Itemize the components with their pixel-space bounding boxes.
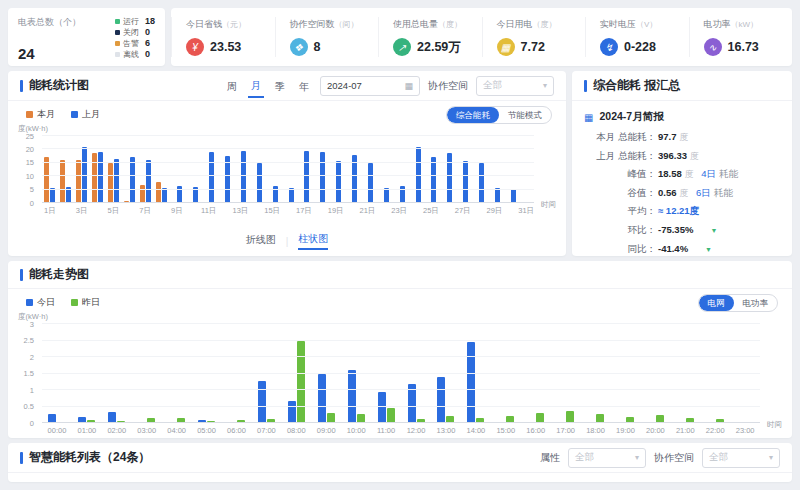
x-tick-label: 19:00 (616, 426, 635, 435)
chart-controls: 周 月 季 年 2024-07 ▦ 协作空间 全部 ▾ (224, 74, 554, 98)
bar-今日 (408, 384, 416, 423)
gridline (42, 189, 534, 190)
energy-stats-header: 能耗统计图 周 月 季 年 2024-07 ▦ 协作空间 全部 ▾ (8, 71, 566, 101)
kpi-unit: （度） (438, 20, 462, 29)
x-tick-label: 21:00 (676, 426, 695, 435)
toggle-电网[interactable]: 电网 (699, 295, 734, 311)
kpi-label: 今日用电（度） (497, 18, 572, 31)
x-tick-label: 5日 (108, 206, 120, 216)
x-tick-label: 02:00 (107, 426, 126, 435)
x-tick-label: 17:00 (556, 426, 575, 435)
bar-group: 13日 (233, 136, 249, 203)
toggle-综合能耗[interactable]: 综合能耗 (447, 107, 499, 123)
x-tick-label: 13日 (233, 206, 249, 216)
kpi-value: 7.72 (521, 40, 545, 54)
gridline (42, 162, 534, 163)
bar-上月 (98, 152, 103, 203)
legend-value: 0 (145, 27, 150, 38)
panel-title-text: 智慧能耗列表（24条） (29, 449, 150, 466)
kpi-unit: （元） (222, 20, 246, 29)
kpi-main: ¥ 23.53 (186, 38, 261, 56)
summary-row-label: 峰值： (584, 168, 656, 180)
summary-period-text: 2024-7月简报 (599, 110, 663, 124)
bar-group: 19日 (328, 136, 344, 203)
x-tick-label: 07:00 (257, 426, 276, 435)
bar-group (121, 136, 137, 203)
summary-row-label: 平均： (584, 205, 656, 217)
workspace-select[interactable]: 全部 ▾ (476, 76, 554, 96)
bar-今日 (258, 381, 266, 423)
kpi-card-strip: 今日省钱（元） ¥ 23.53 协作空间数（间） ❖ 8 (171, 8, 792, 66)
meter-total-card: 电表总数（个） 24 运行 18 关闭 0 (8, 8, 165, 66)
tab-month[interactable]: 月 (248, 74, 264, 98)
kpi-value: 8 (314, 40, 321, 54)
kpi-item: 实时电压（V） ↯ 0-228 (585, 17, 689, 57)
link-line-chart[interactable]: 折线图 (246, 233, 276, 249)
tab-quarter[interactable]: 季 (272, 75, 288, 97)
gridline (42, 422, 760, 423)
chart-plot-area: 00:0001:0002:0003:0004:0005:0006:0007:00… (42, 324, 760, 423)
bar-今日 (467, 342, 475, 423)
gridline (42, 323, 760, 324)
legend-value: 18 (145, 16, 155, 27)
kpi-item: 使用总电量（度） ↗ 22.59万 (378, 17, 482, 57)
attribute-filter-select[interactable]: 全部 ▾ (568, 448, 646, 468)
workspace-filter-select[interactable]: 全部 ▾ (702, 448, 780, 468)
toggle-电功率[interactable]: 电功率 (734, 295, 778, 311)
tab-week[interactable]: 周 (224, 75, 240, 97)
energy-mode-toggle: 综合能耗 节能模式 (446, 106, 552, 124)
legend-last-month[interactable]: 上月 (71, 108, 100, 121)
title-accent-bar (20, 80, 23, 92)
x-tick-label: 08:00 (287, 426, 306, 435)
date-picker[interactable]: 2024-07 ▦ (320, 76, 420, 96)
x-tick-label: 11日 (201, 206, 216, 216)
meter-legend-item: 离线 0 (115, 49, 155, 60)
summary-row-value: 0.56 (658, 187, 677, 199)
kpi-label-text: 协作空间数 (290, 19, 335, 29)
kpi-main: ↯ 0-228 (600, 38, 675, 56)
kpi-unit: （度） (533, 20, 557, 29)
x-tick-label: 7日 (139, 206, 151, 216)
kpi-label: 今日省钱（元） (186, 18, 261, 31)
legend-swatch (26, 299, 33, 306)
x-tick-label: 05:00 (197, 426, 216, 435)
link-bar-chart[interactable]: 柱状图 (298, 232, 328, 250)
tab-year[interactable]: 年 (296, 75, 312, 97)
bar-group: 1日 (42, 136, 58, 203)
legend-value: 0 (145, 49, 150, 60)
legend-color-dot (115, 52, 120, 57)
summary-row-value: 97.7 (658, 131, 677, 143)
bar-group (439, 136, 455, 203)
kpi-label-text: 使用总电量 (393, 19, 438, 29)
bar-group (375, 136, 391, 203)
workspace-filter-value: 全部 (709, 451, 728, 464)
kpi-label: 使用总电量（度） (393, 18, 468, 31)
kpi-item: 今日用电（度） ▦ 7.72 (482, 17, 586, 57)
attribute-filter-label: 属性 (540, 451, 560, 465)
legend-yesterday[interactable]: 昨日 (71, 296, 100, 309)
x-tick-label: 19日 (328, 206, 344, 216)
bar-昨日 (297, 341, 305, 424)
trend-header: 能耗走势图 (8, 261, 792, 289)
summary-rows: 本月 总能耗： 97.7 度 上月 总能耗： 396.33 度 (584, 131, 780, 256)
bar-group (312, 136, 328, 203)
meter-legend-item: 运行 18 (115, 16, 155, 27)
kpi-main: ∿ 16.73 (704, 38, 779, 56)
legend-this-month[interactable]: 本月 (26, 108, 55, 121)
x-tick-label: 21日 (360, 206, 376, 216)
bar-今日 (318, 374, 326, 424)
meter-total-value: 24 (18, 45, 81, 62)
bar-今日 (378, 392, 386, 423)
summary-period: ▦ 2024-7月简报 (584, 110, 780, 124)
gridline (42, 135, 534, 136)
workspace-select-label: 协作空间 (428, 79, 468, 93)
legend-today[interactable]: 今日 (26, 296, 55, 309)
bar-上月 (289, 188, 294, 203)
toggle-节能模式[interactable]: 节能模式 (499, 107, 551, 123)
summary-body: ▦ 2024-7月简报 本月 总能耗： 97.7 度 (572, 101, 792, 271)
summary-row-day: 4日 (701, 168, 716, 180)
bar-group: 31日 (518, 136, 534, 203)
x-tick-label: 16:00 (526, 426, 545, 435)
gridline (42, 389, 760, 390)
bar-group: 11日 (201, 136, 217, 203)
